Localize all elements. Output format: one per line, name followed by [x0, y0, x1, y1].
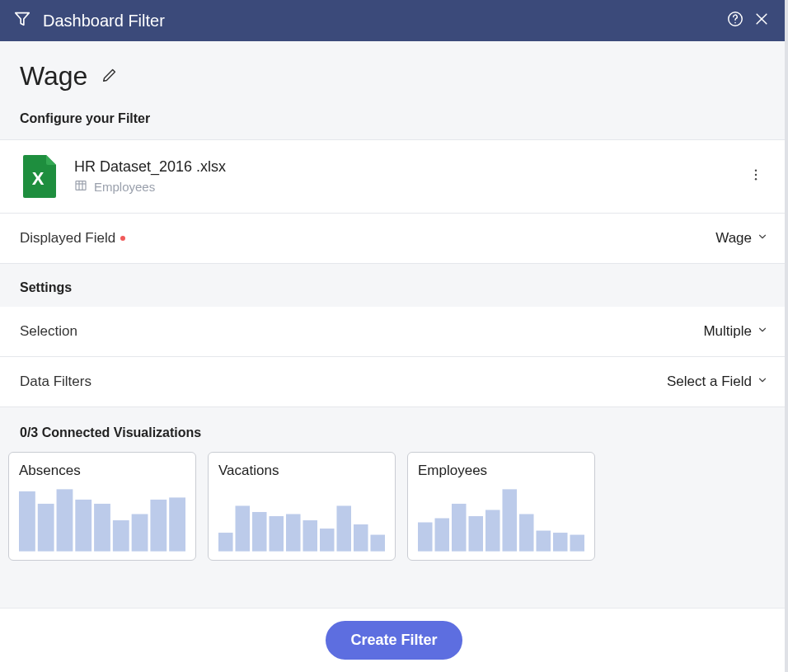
- visualization-card-title: Vacations: [218, 463, 385, 479]
- svg-point-10: [755, 170, 757, 172]
- data-source-text: HR Dataset_2016 .xlsx Employees: [74, 158, 226, 195]
- data-filters-row[interactable]: Data Filters Select a Field: [0, 357, 788, 407]
- bar-chart-icon: [19, 487, 185, 553]
- svg-rect-17: [94, 504, 110, 552]
- help-icon: [726, 10, 744, 31]
- chevron-down-icon: [757, 230, 768, 247]
- svg-rect-29: [336, 505, 351, 551]
- svg-marker-0: [16, 13, 30, 26]
- displayed-field-value-text: Wage: [715, 230, 752, 247]
- bar-chart-icon: [218, 487, 385, 553]
- filter-name-row: Wage: [0, 41, 788, 105]
- data-source-card: X HR Dataset_2016 .xlsx Employees: [0, 139, 788, 214]
- svg-rect-25: [269, 516, 284, 552]
- help-button[interactable]: [722, 7, 748, 34]
- svg-rect-30: [354, 524, 368, 552]
- svg-rect-38: [519, 514, 534, 551]
- filter-name: Wage: [20, 61, 87, 92]
- svg-rect-40: [553, 533, 568, 552]
- svg-rect-37: [502, 489, 517, 551]
- close-button[interactable]: [748, 7, 775, 34]
- svg-point-12: [755, 178, 757, 180]
- svg-rect-19: [132, 514, 148, 551]
- svg-rect-33: [434, 518, 449, 551]
- configure-section-label: Configure your Filter: [0, 105, 788, 139]
- selection-value-text: Multiple: [703, 323, 752, 340]
- svg-rect-34: [452, 504, 467, 552]
- svg-rect-23: [235, 505, 250, 551]
- dialog-header: Dashboard Filter: [0, 0, 788, 41]
- excel-file-icon: X: [20, 155, 56, 198]
- displayed-field-label: Displayed Field: [20, 230, 125, 247]
- header-title-group: Dashboard Filter: [13, 10, 165, 31]
- svg-rect-35: [468, 516, 483, 552]
- visualization-card[interactable]: Employees: [407, 452, 595, 561]
- settings-section-label: Settings: [0, 264, 788, 307]
- rename-filter-button[interactable]: [101, 66, 119, 87]
- visualization-card[interactable]: Vacations: [208, 452, 396, 561]
- more-icon: [748, 171, 763, 185]
- svg-rect-14: [38, 504, 54, 552]
- displayed-field-value[interactable]: Wage: [715, 230, 768, 247]
- data-source-more-button[interactable]: [743, 162, 768, 190]
- svg-rect-18: [113, 520, 129, 552]
- svg-rect-6: [76, 181, 86, 190]
- svg-rect-28: [320, 529, 335, 552]
- connected-visualizations-label: 0/3 Connected Visualizations: [0, 407, 788, 452]
- dialog-footer: Create Filter: [0, 608, 788, 672]
- displayed-field-row[interactable]: Displayed Field Wage: [0, 214, 788, 264]
- svg-rect-15: [57, 489, 73, 551]
- visualization-card[interactable]: Absences: [8, 452, 196, 561]
- visualization-cards-container: AbsencesVacationsEmployees: [0, 452, 788, 561]
- visualization-card-title: Employees: [418, 463, 584, 479]
- table-icon: [74, 179, 87, 195]
- svg-rect-21: [169, 497, 185, 551]
- svg-point-2: [734, 22, 736, 24]
- displayed-field-label-text: Displayed Field: [20, 230, 115, 247]
- filter-icon: [13, 10, 31, 31]
- svg-rect-22: [218, 533, 233, 552]
- scrollbar-track[interactable]: [785, 0, 788, 672]
- svg-rect-26: [286, 514, 301, 551]
- required-indicator: [120, 236, 125, 241]
- svg-text:X: X: [32, 168, 45, 189]
- svg-rect-36: [485, 510, 500, 551]
- data-filters-value[interactable]: Select a Field: [667, 374, 768, 390]
- data-filters-value-text: Select a Field: [667, 374, 752, 390]
- svg-rect-24: [252, 512, 267, 552]
- header-title: Dashboard Filter: [43, 12, 165, 31]
- svg-rect-39: [536, 531, 551, 552]
- data-source-sheet-row: Employees: [74, 179, 226, 195]
- svg-rect-41: [570, 535, 584, 552]
- create-filter-button[interactable]: Create Filter: [326, 621, 462, 660]
- svg-rect-13: [19, 491, 35, 552]
- bar-chart-icon: [418, 487, 584, 553]
- chevron-down-icon: [757, 323, 768, 340]
- data-source-filename: HR Dataset_2016 .xlsx: [74, 158, 226, 176]
- pencil-icon: [101, 73, 119, 87]
- selection-value[interactable]: Multiple: [703, 323, 768, 340]
- data-source-row[interactable]: X HR Dataset_2016 .xlsx Employees: [0, 140, 788, 213]
- svg-rect-31: [370, 535, 385, 552]
- data-source-sheet-name: Employees: [94, 180, 155, 194]
- svg-rect-20: [150, 500, 167, 552]
- data-filters-label: Data Filters: [20, 374, 91, 390]
- svg-rect-27: [303, 520, 317, 552]
- svg-point-11: [755, 174, 757, 176]
- selection-label: Selection: [20, 323, 77, 340]
- chevron-down-icon: [757, 374, 768, 390]
- selection-row[interactable]: Selection Multiple: [0, 307, 788, 357]
- svg-rect-32: [418, 523, 433, 552]
- close-icon: [753, 11, 770, 31]
- visualization-card-title: Absences: [19, 463, 185, 479]
- svg-rect-16: [75, 500, 91, 552]
